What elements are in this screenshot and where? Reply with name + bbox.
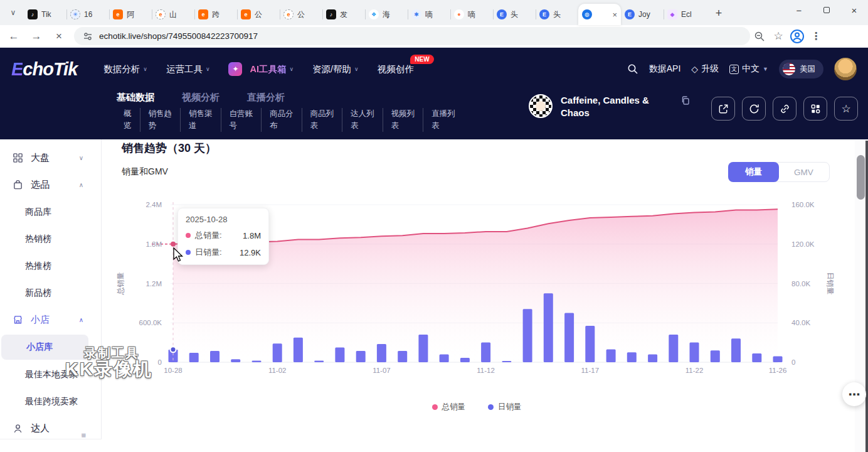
section-tab-active[interactable]: 基础数据: [117, 92, 154, 104]
data-api-link[interactable]: 数据API: [649, 63, 681, 75]
sidebar-item-达人[interactable]: 达人≡: [0, 415, 101, 442]
sub-tab-line2: 表: [431, 120, 455, 132]
browser-tab[interactable]: e公: [280, 4, 322, 25]
svg-text:11-12: 11-12: [477, 367, 495, 374]
sub-tab[interactable]: 视频列表: [383, 108, 423, 132]
browser-tab[interactable]: EJoy: [621, 4, 664, 25]
legend-item-总销量[interactable]: 总销量: [432, 402, 466, 412]
more-actions-button[interactable]: ⋯: [842, 382, 866, 406]
nav-item[interactable]: 视频创作NEW: [378, 63, 414, 75]
browser-tab[interactable]: E头: [493, 4, 536, 25]
sidebar-item-热推榜[interactable]: 热推榜: [0, 252, 101, 279]
translate-icon: 文: [729, 65, 739, 74]
profile-avatar-icon[interactable]: [788, 28, 807, 45]
browser-menu-icon[interactable]: ⋮: [807, 28, 825, 45]
maximize-button[interactable]: [813, 0, 840, 20]
sub-tab-line2: 势: [149, 120, 172, 132]
stop-loading-button[interactable]: ×: [50, 28, 68, 45]
sub-tab[interactable]: 达人列表: [342, 108, 383, 132]
chevron-down-icon: ∨: [143, 66, 147, 72]
address-bar[interactable]: echotik.live/shops/7495500842223700917: [74, 27, 750, 45]
store-icon: [13, 315, 23, 325]
legend-label: 总销量: [442, 402, 466, 412]
sidebar-item-新品榜[interactable]: 新品榜: [0, 279, 101, 306]
scrollbar-thumb[interactable]: [857, 155, 865, 200]
browser-tab[interactable]: e山: [152, 4, 194, 25]
close-window-button[interactable]: ×: [840, 0, 868, 20]
chart-subtitle: 销量和GMV: [122, 166, 168, 178]
tiktok-favicon: ♪: [326, 9, 336, 19]
chevron-up-icon[interactable]: ∧: [79, 316, 83, 323]
zoom-out-icon[interactable]: [750, 28, 769, 45]
tooltip-row: 日销量:12.9K: [186, 247, 261, 258]
sub-tab[interactable]: 销售趋势: [140, 108, 181, 132]
minimize-button[interactable]: −: [785, 0, 813, 20]
back-button[interactable]: ←: [5, 28, 23, 45]
user-avatar[interactable]: [834, 58, 857, 80]
new-tab-button[interactable]: +: [710, 4, 728, 22]
collapse-sidebar-icon[interactable]: ≡: [81, 431, 86, 440]
echotik-logo[interactable]: EchoTik: [11, 59, 77, 80]
nav-item[interactable]: ✦AI工具箱∨: [228, 62, 294, 76]
section-tab-item[interactable]: 直播分析: [247, 92, 285, 104]
browser-tab[interactable]: ✳16: [66, 4, 109, 25]
orange-favicon: e: [241, 9, 251, 19]
sidebar-item-最佳跨境卖家[interactable]: 最佳跨境卖家: [0, 388, 101, 415]
upgrade-link[interactable]: ◇ 升级: [691, 63, 719, 75]
sidebar-item-label: 小店库: [26, 342, 53, 353]
open-external-button[interactable]: [711, 97, 735, 121]
svg-text:160.0K: 160.0K: [791, 201, 815, 208]
browser-tab[interactable]: ❖海: [365, 4, 408, 25]
sub-tab[interactable]: 销售渠道: [180, 108, 221, 132]
browser-tab[interactable]: ♪发: [322, 4, 365, 25]
ai-toolbox-icon: ✦: [228, 62, 242, 76]
sidebar-item-选品[interactable]: 选品∧: [0, 171, 101, 198]
search-icon[interactable]: [627, 63, 638, 75]
legend-item-日销量[interactable]: 日销量: [488, 402, 522, 412]
browser-tab[interactable]: ◍×: [578, 4, 621, 25]
refresh-button[interactable]: [742, 97, 766, 121]
sidebar-item-大盘[interactable]: 大盘∨: [0, 144, 101, 171]
browser-tab[interactable]: E头: [536, 4, 578, 25]
link-button[interactable]: [773, 97, 797, 121]
toggle-GMV[interactable]: GMV: [778, 163, 829, 181]
close-tab-icon[interactable]: ×: [612, 10, 617, 19]
browser-tab[interactable]: ◆Ecl: [664, 4, 706, 25]
url-text[interactable]: echotik.live/shops/7495500842223700917: [99, 31, 258, 41]
sidebar-item-小店[interactable]: 小店∧: [0, 306, 101, 333]
sidebar-item-label: 达人: [31, 422, 50, 434]
browser-tab[interactable]: ●嘀: [450, 4, 493, 25]
browser-tab[interactable]: e跨: [194, 4, 237, 25]
chevron-up-icon[interactable]: ∧: [79, 181, 83, 188]
nav-item-label: 运营工具: [166, 63, 203, 75]
chart-tooltip: 2025-10-28 总销量:1.8M日销量:12.9K: [177, 208, 269, 265]
tab-search-chevron-icon[interactable]: ∨: [5, 4, 21, 21]
sub-tab[interactable]: 直播列表: [423, 108, 463, 132]
grid-icon: [13, 153, 23, 163]
bookmark-star-icon[interactable]: ☆: [769, 28, 788, 45]
region-selector[interactable]: 美国: [779, 60, 823, 78]
section-tab-item[interactable]: 视频分析: [182, 92, 220, 104]
sub-tab[interactable]: 自营账号: [221, 108, 262, 132]
browser-tab[interactable]: e公: [237, 4, 280, 25]
svg-text:11-07: 11-07: [373, 367, 391, 374]
copy-icon[interactable]: [680, 95, 691, 105]
star-button[interactable]: ☆: [834, 97, 858, 121]
nav-item[interactable]: 运营工具∨: [166, 63, 210, 75]
site-settings-icon[interactable]: [83, 31, 93, 41]
chevron-down-icon[interactable]: ∨: [79, 154, 83, 161]
sidebar-item-商品库[interactable]: 商品库: [0, 198, 101, 225]
apps-button[interactable]: [803, 97, 827, 121]
sub-tab[interactable]: 概览: [115, 108, 140, 132]
nav-item[interactable]: 资源/帮助∨: [312, 63, 359, 75]
browser-tab[interactable]: ✱嘀: [408, 4, 450, 25]
forward-button[interactable]: →: [28, 28, 45, 45]
browser-tab[interactable]: e阿: [109, 4, 152, 25]
sub-tab[interactable]: 商品分布: [261, 108, 302, 132]
toggle-销量[interactable]: 销量: [728, 162, 779, 182]
nav-item[interactable]: 数据分析∨: [103, 63, 147, 75]
sidebar-item-热销榜[interactable]: 热销榜: [0, 225, 101, 252]
browser-tab[interactable]: ♪Tik: [24, 4, 66, 25]
sub-tab[interactable]: 商品列表: [302, 108, 342, 132]
language-selector[interactable]: 文 中文 ▼: [729, 63, 768, 75]
